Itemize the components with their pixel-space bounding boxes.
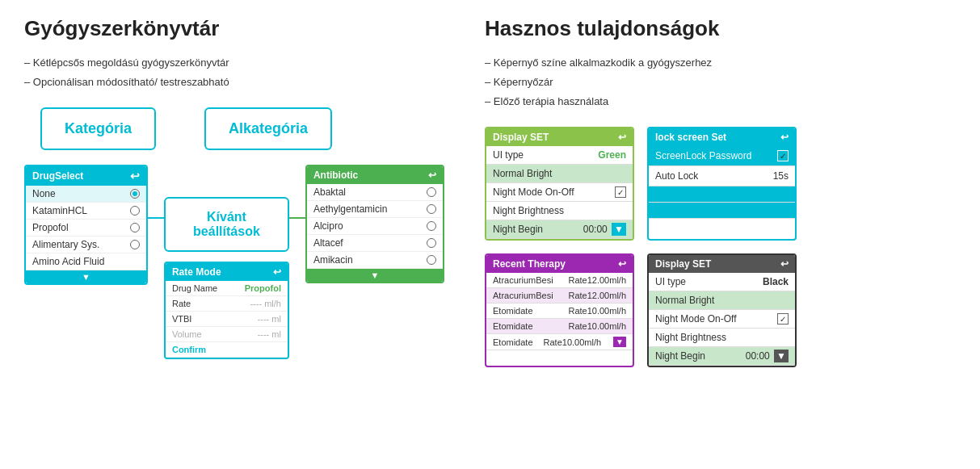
antibiotic-row-2[interactable]: Alcipro: [307, 218, 443, 235]
display-set-black-header: Display SET ↩: [649, 255, 795, 273]
drug-row-katamin[interactable]: KataminHCL: [26, 203, 146, 220]
display-black-night-mode-check[interactable]: [777, 313, 789, 325]
lock-back[interactable]: ↩: [780, 132, 789, 143]
therapy-row-4[interactable]: Etomidate Rate10.00ml/h ▼: [486, 334, 633, 350]
top-categories: Kategória Alkategória: [40, 107, 444, 150]
display-set-black-panel: Display SET ↩ UI type Black Normal Brigh…: [647, 253, 797, 367]
night-mode-check[interactable]: [615, 186, 626, 198]
antibiotic-back[interactable]: ↩: [428, 170, 436, 181]
rate-mode-header: Rate Mode ↩: [166, 263, 288, 281]
rate-vtbi-row: VTBI ---- ml: [166, 312, 288, 327]
drug-select-back-arrow[interactable]: ↩: [130, 170, 140, 182]
black-night-begin-arrow[interactable]: ▼: [774, 350, 789, 362]
rate-mode-back[interactable]: ↩: [273, 266, 281, 278]
lock-cyan1: [649, 186, 795, 203]
display-set-night-begin[interactable]: Night Begin 00:00 ▼: [486, 220, 633, 239]
radio-altacef[interactable]: [427, 238, 436, 248]
antibiotic-scroll-down[interactable]: ▼: [307, 269, 443, 282]
lock-screen-header: lock screen Set ↩: [649, 128, 795, 146]
radio-katamin[interactable]: [130, 206, 140, 216]
display-set-ui-type[interactable]: UI type Green: [486, 146, 633, 165]
lock-screen-panel: lock screen Set ↩ ScreenLock Password Au…: [647, 127, 797, 241]
display-black-night-begin[interactable]: Night Begin 00:00 ▼: [649, 347, 795, 366]
therapy-row-2[interactable]: Etomidate Rate10.00ml/h: [486, 304, 633, 319]
recent-therapy-panel: Recent Therapy ↩ AtracuriumBesi Rate12.0…: [485, 253, 634, 367]
display-black-night-brightness[interactable]: Night Brightness: [649, 329, 795, 347]
display-set-normal-bright[interactable]: Normal Bright: [486, 165, 633, 183]
therapy-scroll-down[interactable]: ▼: [613, 337, 626, 347]
rate-volume-row: Volume ---- ml: [166, 327, 288, 342]
wanted-col: Kívánt beállítások Rate Mode ↩ Drug Name…: [164, 165, 289, 359]
display-set-night-mode[interactable]: Night Mode On-Off: [486, 183, 633, 202]
radio-abaktal[interactable]: [427, 187, 436, 197]
rate-confirm-row[interactable]: Confirm: [166, 342, 288, 358]
lock-autolock-row[interactable]: Auto Lock 15s: [649, 166, 795, 186]
drug-row-propofol[interactable]: Propofol: [26, 220, 146, 237]
right-title: Hasznos tulajdonságok: [485, 16, 964, 41]
radio-none[interactable]: [130, 189, 140, 199]
radio-alimentary[interactable]: [130, 240, 140, 249]
bottom-panels: DrugSelect ↩ None KataminHCL Propofol: [24, 165, 444, 359]
connector1: [148, 165, 164, 219]
right-section: Hasznos tulajdonságok – Képernyő színe a…: [469, 0, 980, 396]
display-black-back[interactable]: ↩: [780, 258, 789, 270]
therapy-row-1[interactable]: AtracuriumBesi Rate12.00ml/h: [486, 288, 633, 304]
night-begin-arrow[interactable]: ▼: [612, 223, 626, 236]
lock-screenlock-row[interactable]: ScreenLock Password: [649, 146, 795, 166]
radio-aethyl[interactable]: [427, 204, 436, 214]
drug-select-header: DrugSelect ↩: [26, 166, 146, 186]
category-box[interactable]: Kategória: [40, 107, 156, 150]
recent-therapy-header: Recent Therapy ↩: [486, 255, 633, 273]
display-black-normal-bright[interactable]: Normal Bright: [649, 291, 795, 310]
h-line2: [289, 217, 305, 219]
connector2: [289, 165, 305, 219]
drug-scroll-down[interactable]: ▼: [26, 270, 146, 283]
antibiotic-row-3[interactable]: Altacef: [307, 235, 443, 252]
drug-row-alimentary[interactable]: Alimentary Sys.: [26, 237, 146, 253]
drug-row-none[interactable]: None: [26, 186, 146, 203]
radio-alcipro[interactable]: [427, 221, 436, 231]
therapy-row-0[interactable]: AtracuriumBesi Rate12.00ml/h: [486, 273, 633, 288]
antibiotic-row-0[interactable]: Abaktal: [307, 184, 443, 201]
display-set-green-back[interactable]: ↩: [618, 132, 626, 143]
drug-select-body: None KataminHCL Propofol Alimentary Sys.: [26, 186, 146, 283]
display-set-green-panel: Display SET ↩ UI type Green Normal Brigh…: [485, 127, 634, 241]
display-black-night-mode[interactable]: Night Mode On-Off: [649, 310, 795, 329]
screenlock-check[interactable]: [777, 150, 789, 161]
right-top-row: Display SET ↩ UI type Green Normal Brigh…: [485, 127, 964, 241]
h-line1: [148, 217, 164, 219]
lock-cyan2: [649, 203, 795, 219]
display-black-ui-type[interactable]: UI type Black: [649, 273, 795, 291]
antibiotic-panel: Antibiotic ↩ Abaktal Aethylgentamicin Al…: [305, 165, 444, 283]
display-set-green-header: Display SET ↩: [486, 128, 633, 146]
radio-propofol[interactable]: [130, 223, 140, 232]
rate-rate-row: Rate ---- ml/h: [166, 296, 288, 312]
left-section: Gyógyszerkönyvtár – Kétlépcsős megoldású…: [0, 0, 469, 396]
radio-amikacin[interactable]: [427, 255, 436, 265]
drug-row-amino[interactable]: Amino Acid Fluid: [26, 253, 146, 270]
therapy-back[interactable]: ↩: [618, 258, 626, 270]
therapy-row-3[interactable]: Etomidate Rate10.00ml/h: [486, 319, 633, 334]
antibiotic-body: Abaktal Aethylgentamicin Alcipro Altacef: [307, 184, 443, 282]
wanted-box[interactable]: Kívánt beállítások: [164, 197, 289, 252]
left-description: – Kétlépcsős megoldású gyógyszerkönyvtár…: [24, 54, 444, 91]
right-description: – Képernyő színe alkalmazkodik a gyógysz…: [485, 54, 964, 111]
drug-select-panel: DrugSelect ↩ None KataminHCL Propofol: [24, 165, 148, 285]
display-set-night-brightness[interactable]: Night Brightness: [486, 202, 633, 220]
subcategory-box[interactable]: Alkategória: [204, 107, 332, 150]
antibiotic-header: Antibiotic ↩: [307, 166, 443, 184]
rate-mode-panel: Rate Mode ↩ Drug Name Propofol Rate ----…: [164, 262, 289, 359]
antibiotic-row-1[interactable]: Aethylgentamicin: [307, 201, 443, 218]
rate-drug-name-row: Drug Name Propofol: [166, 281, 288, 296]
antibiotic-row-4[interactable]: Amikacin: [307, 252, 443, 269]
left-title: Gyógyszerkönyvtár: [24, 16, 444, 41]
right-bottom-row: Recent Therapy ↩ AtracuriumBesi Rate12.0…: [485, 253, 964, 367]
